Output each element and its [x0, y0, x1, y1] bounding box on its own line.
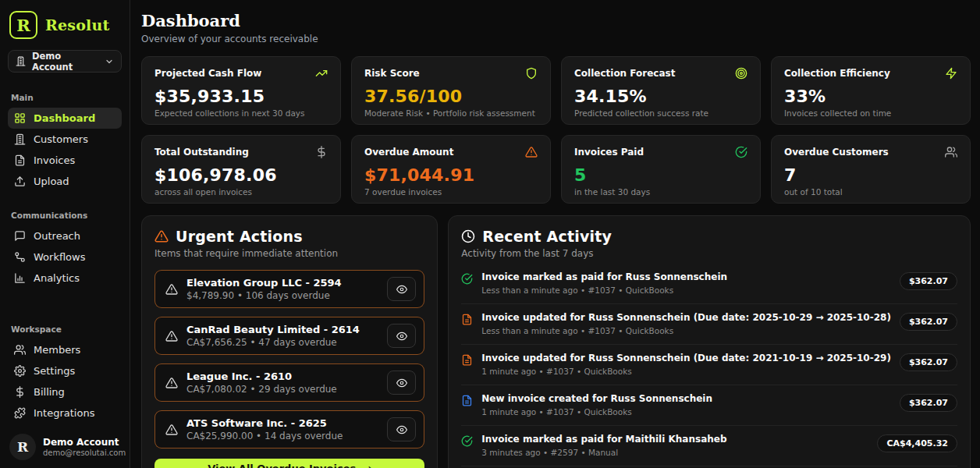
page-title: Dashboard [141, 11, 971, 30]
sidebar-item-label: Upload [34, 176, 69, 187]
activity-meta: 1 minute ago • #1037 • QuickBooks [481, 367, 891, 376]
file-text-icon [461, 395, 473, 417]
sidebar-item-outreach[interactable]: Outreach [8, 225, 122, 246]
check-circle-icon [735, 146, 747, 158]
sidebar-item-members[interactable]: Members [8, 339, 122, 360]
check-circle-icon [461, 435, 473, 457]
recent-activity-panel: Recent Activity Activity from the last 7… [448, 215, 971, 468]
urgent-item[interactable]: ATS Software Inc. - 2625 CA$25,990.00 • … [154, 410, 424, 448]
sidebar-item-label: Workflows [34, 251, 85, 263]
user-name: Demo Account [43, 437, 126, 448]
dashboard-grid-icon [14, 112, 26, 124]
view-invoice-button[interactable] [387, 370, 416, 395]
sidebar-item-analytics[interactable]: Analytics [8, 268, 122, 289]
stat-card-projected-cash-flow: Projected Cash Flow $35,933.15 Expected … [141, 56, 341, 125]
section-label: Workspace [8, 321, 122, 339]
eye-icon [396, 378, 407, 388]
alert-triangle-icon [165, 424, 178, 436]
stat-sub: 7 overdue invoices [364, 187, 538, 197]
urgent-actions-title: Urgent Actions [176, 228, 303, 245]
sidebar: R Resolut Demo Account Main Dashboard Cu… [0, 0, 130, 468]
brand-logo-mark: R [9, 11, 37, 39]
stat-card-total-outstanding: Total Outstanding $106,978.06 across all… [141, 135, 341, 204]
sidebar-item-label: Analytics [34, 272, 80, 284]
check-circle-icon [461, 273, 473, 295]
activity-amount-badge: $362.07 [900, 394, 957, 412]
activity-meta: Less than a minute ago • #1037 • QuickBo… [481, 326, 891, 335]
upload-icon [14, 176, 26, 187]
stat-label: Invoices Paid [574, 147, 644, 158]
view-invoice-button[interactable] [387, 277, 416, 301]
urgent-item-title: CanRad Beauty Limited - 2614 [186, 324, 378, 335]
clock-icon [461, 229, 475, 243]
view-invoice-button[interactable] [387, 324, 416, 348]
stat-sub: Moderate Risk • Portfolio risk assessmen… [364, 108, 538, 118]
activity-item[interactable]: New invoice created for Russ Sonnenschei… [461, 385, 957, 425]
urgent-item[interactable]: League Inc. - 2610 CA$7,080.02 • 29 days… [154, 363, 424, 402]
urgent-item[interactable]: Elevation Group LLC - 2594 $4,789.90 • 1… [154, 270, 424, 308]
users-icon [14, 344, 26, 356]
activity-item[interactable]: Invoice updated for Russ Sonnenschein (D… [461, 303, 957, 344]
alert-triangle-icon [154, 229, 169, 243]
stat-card-invoices-paid: Invoices Paid 5 in the last 30 days [561, 135, 761, 204]
trending-up-icon [315, 67, 328, 80]
sidebar-item-billing[interactable]: Billing [8, 381, 122, 402]
view-invoice-button[interactable] [387, 417, 416, 441]
view-all-overdue-invoices-button[interactable]: View All Overdue Invoices → [154, 459, 424, 468]
sidebar-item-workflows[interactable]: Workflows [8, 246, 122, 268]
activity-item[interactable]: Invoice updated for Russ Sonnenschein (D… [461, 344, 957, 385]
stat-sub: in the last 30 days [574, 187, 747, 197]
urgent-item-title: ATS Software Inc. - 2625 [186, 417, 378, 429]
urgent-actions-subtitle: Items that require immediate attention [154, 248, 424, 259]
main-content: Dashboard Overview of your accounts rece… [130, 0, 980, 468]
account-selector[interactable]: Demo Account [8, 50, 122, 73]
target-icon [735, 67, 747, 80]
urgent-item-detail: CA$7,080.02 • 29 days overdue [186, 384, 378, 395]
activity-item[interactable]: Invoice marked as paid for Maithili Khan… [461, 425, 957, 466]
sidebar-item-invoices[interactable]: Invoices [8, 150, 122, 171]
cta-label: View All Overdue Invoices [208, 463, 356, 468]
urgent-item-detail: $4,789.90 • 106 days overdue [186, 290, 378, 301]
urgent-item[interactable]: CanRad Beauty Limited - 2614 CA$7,656.25… [154, 317, 424, 355]
chevron-down-icon [105, 57, 114, 66]
urgent-item-title: Elevation Group LLC - 2594 [186, 277, 378, 289]
activity-item[interactable]: Invoice marked as paid for Russ Sonnensc… [461, 270, 957, 303]
alert-triangle-icon [165, 330, 178, 342]
file-text-icon [14, 154, 26, 166]
puzzle-icon [14, 407, 26, 419]
stat-label: Risk Score [364, 68, 420, 79]
stat-card-overdue-amount: Overdue Amount $71,044.91 7 overdue invo… [351, 135, 551, 204]
sidebar-item-label: Settings [34, 365, 75, 377]
arrow-right-icon: → [363, 463, 371, 468]
sidebar-item-integrations[interactable]: Integrations [8, 402, 122, 424]
page-subtitle: Overview of your accounts receivable [141, 34, 971, 44]
stat-value: 7 [784, 165, 957, 185]
stat-label: Overdue Customers [784, 147, 889, 158]
sidebar-section-main: Main Dashboard Customers Invoices Upload [8, 90, 122, 192]
stat-sub: Predicted collection success rate [574, 108, 747, 118]
sidebar-item-label: Dashboard [34, 112, 95, 124]
sidebar-user[interactable]: R Demo Account demo@resolutai.com [9, 434, 126, 460]
avatar: R [9, 434, 36, 460]
brand-logo: R Resolut [8, 9, 122, 50]
stat-sub: out of 10 total [784, 187, 957, 197]
building-icon [16, 56, 26, 66]
stat-value: 34.15% [574, 87, 747, 106]
sidebar-section-communications: Communications Outreach Workflows Analyt… [8, 207, 122, 289]
stats-grid: Projected Cash Flow $35,933.15 Expected … [141, 56, 971, 204]
section-label: Main [8, 90, 122, 108]
sidebar-item-settings[interactable]: Settings [8, 360, 122, 381]
eye-icon [396, 331, 407, 342]
bar-chart-icon [14, 272, 26, 284]
gear-icon [14, 365, 26, 377]
sidebar-item-label: Invoices [34, 154, 75, 166]
stat-sub: Invoices collected on time [784, 108, 957, 118]
urgent-list: Elevation Group LLC - 2594 $4,789.90 • 1… [154, 270, 424, 448]
sidebar-item-upload[interactable]: Upload [8, 171, 122, 192]
brand-name: Resolut [45, 16, 109, 34]
sidebar-item-dashboard[interactable]: Dashboard [8, 108, 122, 129]
stat-card-collection-forecast: Collection Forecast 34.15% Predicted col… [561, 56, 761, 125]
building-icon [14, 133, 26, 145]
sidebar-item-customers[interactable]: Customers [8, 129, 122, 150]
account-selector-label: Demo Account [32, 51, 98, 73]
